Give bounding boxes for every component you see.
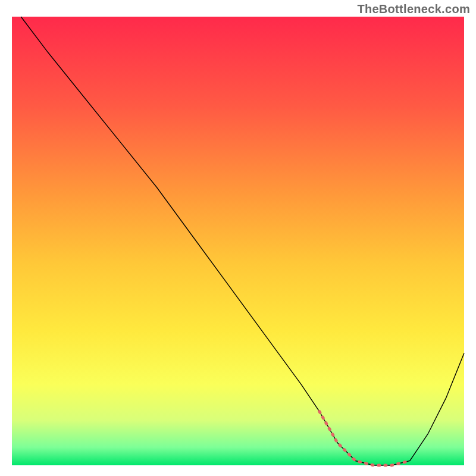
gradient-background: [12, 17, 464, 465]
watermark-text: TheBottleneck.com: [357, 2, 470, 16]
plot-area: [12, 17, 464, 465]
chart-container: TheBottleneck.com: [0, 0, 476, 476]
bottleneck-chart: [0, 0, 476, 476]
